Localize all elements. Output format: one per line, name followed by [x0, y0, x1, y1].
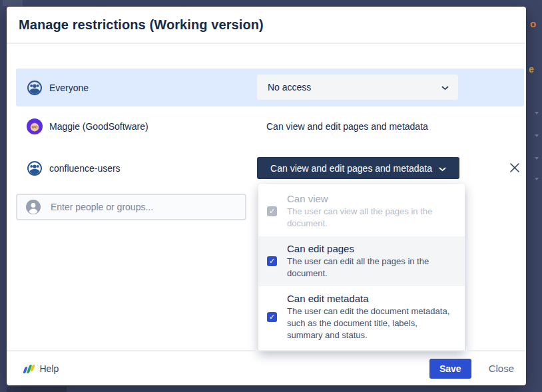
restriction-row-maggie: Maggie (GoodSoftware) Can view and edit …	[16, 110, 524, 142]
checkbox-checked-icon	[267, 206, 277, 216]
remove-restriction-button[interactable]	[506, 160, 523, 177]
checkbox-checked-icon[interactable]	[267, 312, 277, 322]
person-icon	[25, 199, 41, 215]
dialog-footer: Help Save Close	[7, 350, 526, 385]
restriction-row-confluence-users: confluence-users Can view and edit pages…	[16, 150, 524, 186]
restriction-subject-name: Maggie (GoodSoftware)	[49, 121, 148, 132]
background-chevron-fragment	[535, 178, 539, 180]
background-tab-remnant	[3, 0, 23, 6]
background-chevron-fragment	[535, 134, 539, 137]
menu-item-can-view: Can view The user can view all the pages…	[258, 186, 465, 236]
restriction-row-everyone: Everyone No access	[16, 69, 524, 106]
access-select-confluence-users[interactable]: Can view and edit pages and metadata	[257, 157, 459, 179]
manage-restrictions-dialog: Manage restrictions (Working version) Ev…	[7, 7, 526, 385]
menu-item-description: The user can edit all the pages in the d…	[287, 256, 453, 280]
background-chevron-fragment	[535, 157, 539, 160]
dialog-header: Manage restrictions (Working version)	[7, 7, 526, 44]
access-select-value: No access	[268, 82, 311, 93]
background-bottom-remnant	[7, 387, 67, 392]
menu-item-can-edit-metadata[interactable]: Can edit metadata The user can edit the …	[258, 286, 465, 348]
menu-item-can-edit-pages[interactable]: Can edit pages The user can edit all the…	[258, 236, 465, 286]
background-text-fragment: o	[530, 18, 536, 29]
help-logo-icon	[24, 364, 34, 373]
restriction-subject-name: Everyone	[49, 83, 89, 93]
permissions-dropdown-menu: Can view The user can view all the pages…	[258, 184, 465, 351]
restriction-subject-name: confluence-users	[49, 163, 121, 174]
access-select-everyone[interactable]: No access	[257, 75, 458, 100]
menu-item-description: The user can view all the pages in the d…	[287, 206, 453, 230]
dialog-title: Manage restrictions (Working version)	[19, 17, 264, 33]
save-button[interactable]: Save	[429, 359, 471, 379]
close-icon	[509, 162, 521, 176]
footer-actions: Save Close	[429, 359, 514, 379]
user-avatar	[27, 118, 43, 134]
group-icon	[27, 160, 43, 176]
menu-item-title: Can edit pages	[287, 243, 453, 254]
access-select-value: Can view and edit pages and metadata	[270, 163, 432, 174]
add-people-field	[16, 194, 246, 220]
checkbox-checked-icon[interactable]	[267, 256, 277, 266]
background-text-fragment: e	[529, 64, 534, 75]
chevron-down-icon	[439, 162, 446, 174]
chevron-down-icon	[441, 81, 449, 93]
help-label: Help	[40, 363, 59, 374]
close-button[interactable]: Close	[489, 363, 514, 374]
background-chevron-fragment	[535, 112, 539, 114]
help-button[interactable]: Help	[24, 363, 59, 374]
people-search-input[interactable]	[49, 201, 238, 213]
access-level-text: Can view and edit pages and metadata	[266, 121, 428, 132]
menu-item-title: Can edit metadata	[287, 293, 453, 304]
menu-item-title: Can view	[287, 193, 453, 204]
group-icon	[27, 80, 43, 96]
menu-item-description: The user can edit the document metadata,…	[287, 305, 453, 341]
